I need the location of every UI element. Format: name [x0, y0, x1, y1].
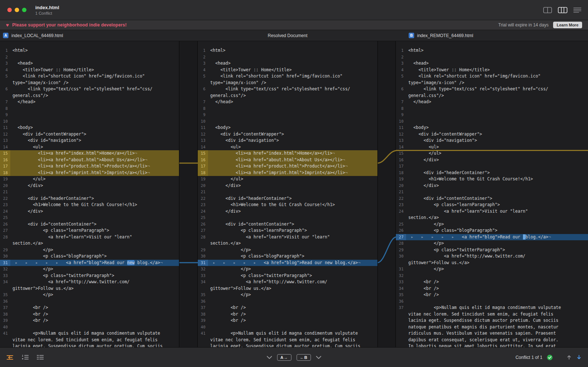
code-line[interactable]: 5 <link rel="shortcut icon" href="img/fa…: [396, 73, 588, 80]
code-line[interactable]: 36: [198, 298, 377, 305]
code-line[interactable]: 39 <br />: [0, 317, 179, 324]
code-line[interactable]: section.</a>: [396, 215, 588, 221]
code-line[interactable]: 28 </p>: [396, 240, 588, 247]
code-line[interactable]: 32 </p>: [198, 266, 377, 273]
code-line[interactable]: 32: [396, 273, 588, 279]
code-line[interactable]: type="image/x-icon" />: [0, 80, 179, 86]
code-line[interactable]: 8: [396, 105, 588, 112]
code-line[interactable]: 22 <div id="headerContainer">: [0, 195, 179, 202]
code-line[interactable]: 39 <br />: [198, 317, 377, 324]
code-line[interactable]: 34 <br />: [396, 285, 588, 292]
code-line[interactable]: 12 <div id="contentWrapper">: [0, 131, 179, 138]
code-line[interactable]: 24 <a href="learn">Visit our "learn": [396, 208, 588, 215]
code-line[interactable]: 13 <div id="navigation">: [0, 137, 179, 144]
code-line[interactable]: natoque penatibus et magnis dis parturie…: [396, 324, 588, 331]
code-line[interactable]: 4 <title>Tower :: Home</title>: [396, 67, 588, 73]
code-line[interactable]: 26 <div id="contentContainer">: [0, 221, 179, 228]
code-line[interactable]: 9: [198, 112, 377, 118]
take-a-button[interactable]: A→: [277, 354, 291, 361]
code-line[interactable]: 24 </div>: [198, 208, 377, 215]
code-line[interactable]: 26 <div id="contentContainer">: [198, 221, 377, 228]
chevron-down-icon[interactable]: [267, 356, 272, 359]
code-line[interactable]: 14 <ul>: [396, 144, 588, 151]
code-line[interactable]: 35 </p>: [198, 292, 377, 298]
code-line[interactable]: 22 <div id="contentContainer">: [396, 195, 588, 202]
code-line[interactable]: 18 <li><a href="imprint.html">Imprint</a…: [198, 170, 377, 176]
wrap-lines-icon[interactable]: [6, 354, 14, 361]
code-line[interactable]: 1<html>: [0, 47, 179, 54]
resolved-code-pane[interactable]: 1<html>23 <head>4 <title>Tower :: Home</…: [198, 41, 377, 347]
take-b-button[interactable]: ←B: [297, 354, 311, 361]
code-line[interactable]: gittower">Follow us.</a>: [396, 260, 588, 266]
code-line[interactable]: 25: [0, 215, 179, 221]
code-line[interactable]: gittower">Follow us.</a>: [0, 285, 179, 292]
code-line[interactable]: 17 <li><a href="product.html">Product</a…: [198, 163, 377, 170]
code-line[interactable]: 3 <head>: [198, 60, 377, 67]
code-line[interactable]: 1<html>: [198, 47, 377, 54]
code-line[interactable]: 18 <li><a href="imprint.html">Imprint</a…: [0, 170, 179, 176]
code-line[interactable]: 23 <h1>Welcome to the Git Crash Course!<…: [0, 202, 179, 208]
code-line[interactable]: 8: [0, 105, 179, 112]
code-line[interactable]: 25: [198, 215, 377, 221]
code-line[interactable]: 11 <body>: [396, 125, 588, 131]
code-line[interactable]: 27 <p class="learnParagraph">: [0, 227, 179, 234]
code-line[interactable]: 36: [396, 298, 588, 305]
zoom-button[interactable]: [22, 8, 26, 12]
code-line[interactable]: 12 <div id="contentWrapper">: [396, 131, 588, 138]
code-line[interactable]: gittower">Follow us.</a>: [198, 285, 377, 292]
code-line[interactable]: 38 <br />: [0, 311, 179, 318]
code-line[interactable]: 19 </ul>: [0, 176, 179, 183]
code-line[interactable]: 11 <body>: [0, 125, 179, 131]
code-line[interactable]: 32 </p>: [0, 266, 179, 273]
code-line[interactable]: section.</a>: [0, 240, 179, 247]
code-line[interactable]: 16 <li><a href="about.html">About Us</a>…: [198, 157, 377, 163]
code-line[interactable]: 21: [198, 189, 377, 195]
code-line[interactable]: 14 <ul>: [198, 144, 377, 151]
code-line[interactable]: 2: [198, 54, 377, 61]
learn-more-button[interactable]: Learn More: [553, 22, 582, 28]
code-line[interactable]: 10: [0, 118, 179, 125]
code-line[interactable]: 24 </div>: [0, 208, 179, 215]
code-line[interactable]: lacinia eget. Suspendisse dictum auctor …: [396, 317, 588, 324]
code-line[interactable]: 34 <a href="http://www.twitter.com/: [0, 279, 179, 285]
code-line[interactable]: 37 <br />: [198, 305, 377, 311]
code-line[interactable]: 31 </p>: [396, 266, 588, 273]
code-line[interactable]: 20 </div>: [198, 183, 377, 189]
code-line[interactable]: ridiculus mus. Vestibulum vitae venenati…: [396, 330, 588, 337]
code-line[interactable]: 23 <h1>Welcome to the Git Crash Course!<…: [198, 202, 377, 208]
merge-view-icon[interactable]: [558, 7, 567, 13]
code-line[interactable]: 38 <br />: [198, 311, 377, 318]
code-line[interactable]: 40: [198, 324, 377, 331]
code-line[interactable]: 18 <div id="headerContainer">: [396, 170, 588, 176]
code-line[interactable]: 37 <br />: [0, 305, 179, 311]
code-line[interactable]: 5 <link rel="shortcut icon" href="img/fa…: [198, 73, 377, 80]
code-line[interactable]: vitae nec lorem. Sed tincidunt sem enim,…: [0, 337, 179, 343]
code-line[interactable]: 3 <head>: [396, 60, 588, 67]
code-line[interactable]: 28 <a href="learn">Visit our "learn": [198, 234, 377, 241]
code-line[interactable]: 15 <li><a href="index.html">Home</a></li…: [198, 150, 377, 157]
code-line[interactable]: 26 <p class="blogParagraph">: [396, 227, 588, 234]
code-line[interactable]: 6 <link type="text/css" rel="stylesheet"…: [198, 86, 377, 93]
minimize-button[interactable]: [15, 8, 19, 12]
two-pane-view-icon[interactable]: [543, 7, 552, 13]
chevron-down-icon[interactable]: [316, 356, 321, 359]
code-line[interactable]: general.css"/>: [198, 93, 377, 99]
code-line[interactable]: vitae nec lorem. Sed tincidunt sem enim,…: [198, 337, 377, 343]
code-line[interactable]: 41 <p>Nullam quis elit id magna condimen…: [0, 330, 179, 337]
code-line[interactable]: 31 ▸ ▸ ▸ ▸ ▸ <a href="blog">Read our new…: [198, 260, 377, 266]
code-line[interactable]: In lobortis neque sit amet lobortis port…: [396, 343, 588, 347]
code-line[interactable]: 16 </div>: [396, 157, 588, 163]
code-line[interactable]: 5 <link rel="shortcut icon" href="img/fa…: [0, 73, 179, 80]
code-line[interactable]: 30 <a href="http://www.twitter.com/: [396, 253, 588, 260]
code-line[interactable]: 28 <a href="learn">Visit our "learn": [0, 234, 179, 241]
code-line[interactable]: type="image/x-icon" />: [396, 80, 588, 86]
code-line[interactable]: 30 <p class="blogParagraph">: [0, 253, 179, 260]
code-line[interactable]: 36: [0, 298, 179, 305]
code-line[interactable]: 13 <div id="navigation">: [198, 137, 377, 144]
code-line[interactable]: 37 <p>Nullam quis elit id magna condimen…: [396, 305, 588, 311]
code-line[interactable]: 15 <li><a href="index.html">Home</a></li…: [0, 150, 179, 157]
code-line[interactable]: lacinia eget. Suspendisse dictum auctor …: [0, 343, 179, 347]
code-line[interactable]: 12 <div id="contentWrapper">: [198, 131, 377, 138]
code-line[interactable]: 29 </p>: [0, 247, 179, 253]
code-line[interactable]: 35 <br />: [396, 292, 588, 298]
